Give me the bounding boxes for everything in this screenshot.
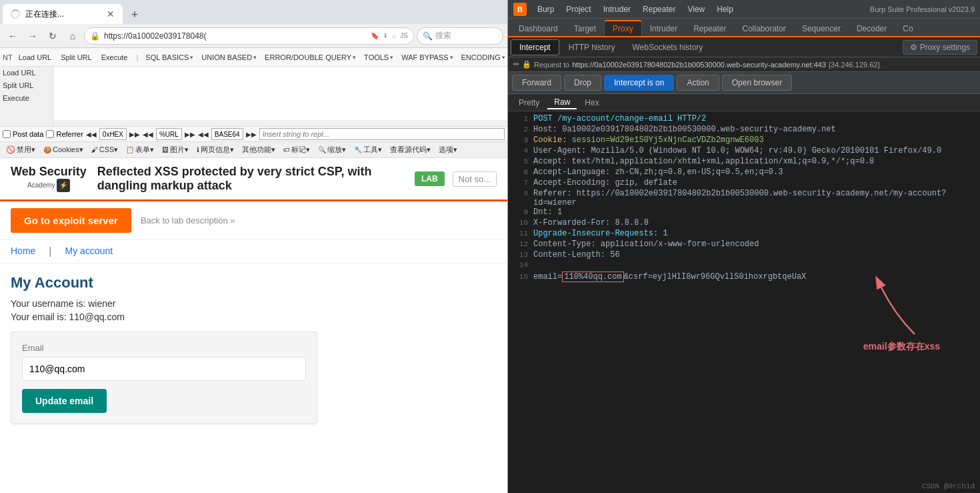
forward-button[interactable]: → [24, 27, 41, 45]
cn-zoom-menu[interactable]: 🔍缩放▾ [315, 145, 349, 155]
back-to-lab-link[interactable]: Back to lab description » [141, 215, 235, 225]
waf-bypass-button[interactable]: WAF BYPASS [398, 50, 456, 65]
cn-disable-menu[interactable]: 🚫禁用▾ [3, 145, 39, 155]
base64-button[interactable]: BASE64 [211, 128, 243, 140]
subtab-websockets[interactable]: WebSockets history [625, 40, 711, 55]
url-input-field[interactable] [53, 67, 507, 120]
tools-button[interactable]: TOOLS [361, 50, 397, 65]
tab-close-button[interactable]: ✕ [107, 9, 115, 19]
username-info: Your username is: wiener [11, 298, 497, 309]
arrow-right-2: ▶▶ [185, 131, 195, 138]
subtab-http-history[interactable]: HTTP history [561, 40, 623, 55]
account-title: My Account [11, 274, 497, 292]
req-line-7: 7 Accept-Encoding: gzip, deflate [508, 178, 980, 189]
split-url-label-text: Split URL [3, 81, 33, 89]
home-link[interactable]: Home [11, 245, 35, 258]
exploit-server-button[interactable]: Go to exploit server [11, 208, 131, 233]
req-line-6-text: Accept-Language: zh-CN,zh;q=0.8,en-US;q=… [533, 167, 783, 177]
cn-css-menu[interactable]: 🖌CSS▾ [88, 145, 122, 154]
split-url-button[interactable]: Split URL [57, 50, 96, 65]
burp-action-buttons: Forward Drop Intercept is on Action Open… [508, 72, 980, 94]
req-line-13-text: Content-Length: 56 [533, 250, 620, 260]
pct-url-button[interactable]: %URL [156, 128, 182, 140]
logo-line2: Academy [27, 181, 55, 189]
post-data-checkbox[interactable] [3, 130, 11, 138]
action-button[interactable]: Action [677, 75, 719, 91]
burp-menu-view[interactable]: View [682, 3, 710, 16]
cn-info-menu[interactable]: ℹ网页信息▾ [193, 145, 237, 155]
forward-button[interactable]: Forward [512, 75, 561, 91]
tab-repeater[interactable]: Repeater [685, 21, 734, 36]
browser-tab[interactable]: 正在连接... ✕ [3, 4, 123, 24]
load-url-label[interactable]: Load URL [0, 67, 53, 79]
drop-button[interactable]: Drop [564, 75, 601, 91]
burp-menu-help[interactable]: Help [711, 3, 739, 16]
my-account-link[interactable]: My account [65, 245, 113, 258]
back-button[interactable]: ← [4, 27, 21, 45]
edit-icon: ✏ [513, 60, 519, 69]
tab-co[interactable]: Co [895, 21, 921, 36]
refresh-button[interactable]: ↻ [44, 27, 61, 45]
burp-logo-icon: B [517, 5, 523, 13]
email-input[interactable] [22, 357, 306, 381]
cn-source-menu[interactable]: 查看源代码▾ [387, 145, 434, 155]
hex-button[interactable]: 0xHEX [99, 128, 127, 140]
load-url-button[interactable]: Load URL [15, 50, 57, 65]
tab-target[interactable]: Target [566, 21, 604, 36]
cn-options-menu[interactable]: 选项▾ [435, 145, 461, 155]
cookies-icon: 🍪 [43, 146, 51, 153]
insert-string-input[interactable] [259, 128, 505, 140]
open-browser-button[interactable]: Open browser [722, 75, 792, 91]
error-double-query-button[interactable]: ERROR/DOUBLE QUERY [261, 50, 359, 65]
subtab-intercept[interactable]: Intercept [511, 39, 559, 55]
update-email-button[interactable]: Update email [22, 389, 107, 413]
cn-other-menu[interactable]: 其他功能▾ [239, 145, 279, 155]
union-based-button[interactable]: UNION BASED [198, 50, 260, 65]
line-num-3: 3 [512, 136, 528, 144]
proxy-settings-button[interactable]: ⚙ Proxy settings [903, 40, 977, 55]
referrer-option[interactable]: Referrer [46, 130, 83, 138]
cn-tools-menu[interactable]: 🔧工具▾ [351, 145, 385, 155]
tab-sequencer[interactable]: Sequencer [794, 21, 849, 36]
new-tab-button[interactable]: + [125, 5, 144, 24]
tab-pretty[interactable]: Pretty [512, 97, 546, 109]
encoding-button[interactable]: ENCODING [458, 50, 509, 65]
hex-label: 0xHEX [103, 131, 123, 138]
logo-sub: Academy ⚡ [27, 179, 70, 192]
web-content: Web Security Academy ⚡ Reflected XSS pro… [0, 158, 507, 493]
cn-image-menu[interactable]: 🖼图片▾ [159, 145, 192, 155]
settings-gear-icon: ⚙ [910, 43, 917, 52]
burp-menu-burp[interactable]: Burp [532, 3, 559, 16]
tab-raw[interactable]: Raw [547, 96, 577, 109]
burp-main-tabs: Dashboard Target Proxy Intruder Repeater… [508, 19, 980, 37]
search-box[interactable]: 🔍 搜索 [417, 27, 503, 45]
post-data-option[interactable]: Post data [3, 130, 43, 138]
css-icon: 🖌 [91, 146, 98, 153]
cn-table-menu[interactable]: 📋表单▾ [123, 145, 157, 155]
tab-intruder[interactable]: Intruder [642, 21, 685, 36]
home-button[interactable]: ⌂ [64, 27, 81, 45]
cn-mark-menu[interactable]: 🏷标记▾ [280, 145, 313, 155]
intercept-toggle-button[interactable]: Intercept is on [604, 75, 674, 91]
split-url-label[interactable]: Split URL [0, 79, 53, 92]
burp-menu-repeater[interactable]: Repeater [637, 3, 681, 16]
burp-menu-project[interactable]: Project [561, 3, 596, 16]
tab-proxy[interactable]: Proxy [604, 20, 642, 36]
tab-collaborator[interactable]: Collaborator [735, 21, 794, 36]
burp-menu-intruder[interactable]: Intruder [598, 3, 636, 16]
sql-basics-button[interactable]: SQL BASICS [142, 50, 197, 65]
tab-hex[interactable]: Hex [578, 97, 605, 109]
cn-cookies-menu[interactable]: 🍪Cookies▾ [40, 145, 87, 154]
url-display: https://0a10002e039178048( [104, 31, 367, 41]
execute-label[interactable]: Execute [0, 92, 53, 105]
search-placeholder: 搜索 [435, 30, 451, 41]
arrow-left-3: ◀◀ [198, 131, 209, 138]
arrow-left-2: ◀◀ [143, 131, 153, 138]
tab-decoder[interactable]: Decoder [849, 21, 895, 36]
referrer-checkbox[interactable] [46, 130, 54, 138]
request-content: 1 POST /my-account/change-email HTTP/2 2… [508, 111, 980, 493]
tab-spinner [11, 9, 20, 19]
execute-button[interactable]: Execute [98, 50, 133, 65]
tab-dashboard[interactable]: Dashboard [511, 21, 566, 36]
burp-menubar: B Burp Project Intruder Repeater View He… [508, 0, 980, 19]
